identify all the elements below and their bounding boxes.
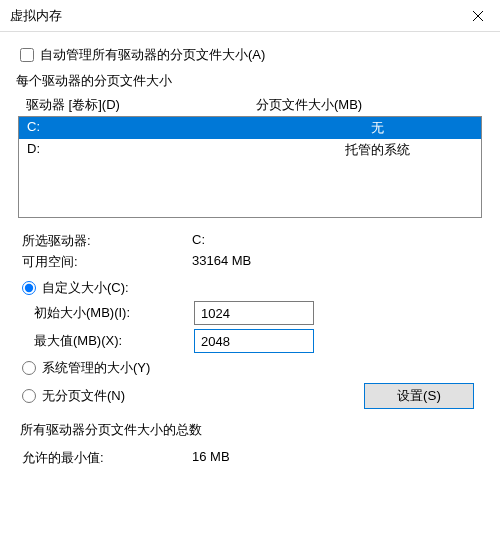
max-size-row: 最大值(MB)(X): xyxy=(34,329,484,353)
per-drive-header: 每个驱动器的分页文件大小 xyxy=(16,72,484,90)
drive-letter: C: xyxy=(27,119,282,137)
selected-drive-row: 所选驱动器: C: xyxy=(16,232,484,250)
min-allowed-value: 16 MB xyxy=(192,449,484,467)
none-and-set-row: 无分页文件(N) 设置(S) xyxy=(22,383,474,409)
set-button[interactable]: 设置(S) xyxy=(364,383,474,409)
dialog-content: 自动管理所有驱动器的分页文件大小(A) 每个驱动器的分页文件大小 驱动器 [卷标… xyxy=(0,32,500,467)
totals-group: 所有驱动器分页文件大小的总数 允许的最小值: 16 MB xyxy=(16,421,484,467)
drive-row[interactable]: D: 托管的系统 xyxy=(19,139,481,161)
drive-letter: D: xyxy=(27,141,282,159)
custom-size-radio[interactable] xyxy=(22,281,36,295)
totals-header: 所有驱动器分页文件大小的总数 xyxy=(16,422,206,437)
system-managed-radio[interactable] xyxy=(22,361,36,375)
min-allowed-row: 允许的最小值: 16 MB xyxy=(16,449,484,467)
drive-row[interactable]: C: 无 xyxy=(19,117,481,139)
initial-size-row: 初始大小(MB)(I): xyxy=(34,301,484,325)
title-bar: 虚拟内存 xyxy=(0,0,500,32)
drive-list-headers: 驱动器 [卷标](D) 分页文件大小(MB) xyxy=(16,94,484,116)
initial-size-label: 初始大小(MB)(I): xyxy=(34,304,194,322)
selected-drive-value: C: xyxy=(192,232,484,250)
system-managed-label: 系统管理的大小(Y) xyxy=(42,359,150,377)
drive-status: 无 xyxy=(282,119,473,137)
max-size-label: 最大值(MB)(X): xyxy=(34,332,194,350)
auto-manage-checkbox-row[interactable]: 自动管理所有驱动器的分页文件大小(A) xyxy=(16,46,484,64)
drive-column-header: 驱动器 [卷标](D) xyxy=(26,96,256,114)
free-space-row: 可用空间: 33164 MB xyxy=(16,253,484,271)
no-paging-label: 无分页文件(N) xyxy=(42,387,125,405)
initial-size-input[interactable] xyxy=(194,301,314,325)
no-paging-radio[interactable] xyxy=(22,389,36,403)
drive-status: 托管的系统 xyxy=(282,141,473,159)
free-space-value: 33164 MB xyxy=(192,253,484,271)
min-allowed-label: 允许的最小值: xyxy=(22,449,192,467)
custom-size-radio-row[interactable]: 自定义大小(C): xyxy=(22,279,484,297)
close-button[interactable] xyxy=(456,1,500,31)
no-paging-radio-row[interactable]: 无分页文件(N) xyxy=(22,387,364,405)
close-icon xyxy=(472,10,484,22)
auto-manage-label: 自动管理所有驱动器的分页文件大小(A) xyxy=(40,46,265,64)
auto-manage-checkbox[interactable] xyxy=(20,48,34,62)
size-column-header: 分页文件大小(MB) xyxy=(256,96,474,114)
free-space-label: 可用空间: xyxy=(22,253,192,271)
system-managed-radio-row[interactable]: 系统管理的大小(Y) xyxy=(22,359,484,377)
max-size-input[interactable] xyxy=(194,329,314,353)
drive-listbox[interactable]: C: 无 D: 托管的系统 xyxy=(18,116,482,218)
selected-drive-label: 所选驱动器: xyxy=(22,232,192,250)
custom-size-label: 自定义大小(C): xyxy=(42,279,129,297)
window-title: 虚拟内存 xyxy=(10,7,456,25)
